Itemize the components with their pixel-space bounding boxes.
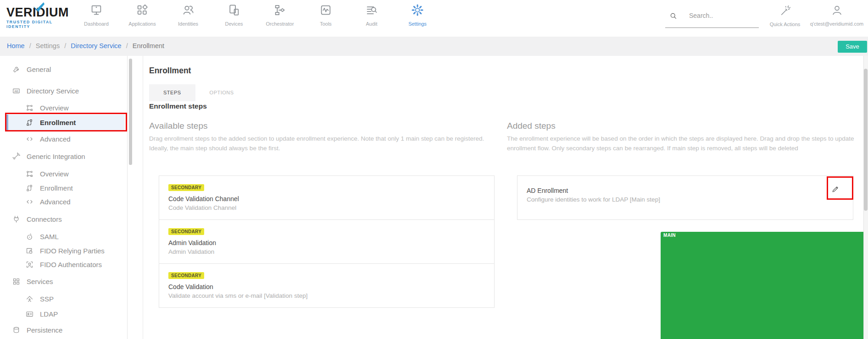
sidebar-list: General AD Directory Service Overview En… [0, 62, 128, 337]
available-steps-description: Drag enrollment steps to the added secti… [149, 134, 490, 153]
sidebar-item-gi-enrollment[interactable]: Enrollment [0, 181, 128, 195]
user-menu[interactable]: q'ctest@veridiumid.com [807, 4, 866, 27]
search-icon [669, 11, 678, 20]
save-button[interactable]: Save [838, 41, 867, 53]
steps-flow-icon [25, 118, 34, 127]
people-icon [181, 3, 195, 17]
nav-item-tools[interactable]: Tools [303, 3, 349, 27]
database-icon [12, 326, 21, 334]
search-input[interactable]: Search.. [665, 8, 759, 28]
grid-icon [12, 277, 21, 286]
search-placeholder: Search.. [689, 12, 713, 19]
breadcrumb: Home / Settings / Directory Service / En… [7, 42, 167, 49]
sidebar-scrollbar[interactable] [129, 59, 132, 165]
sidebar-item-general[interactable]: General [0, 62, 128, 76]
added-steps-header: Added steps The enrollment experience wi… [507, 121, 857, 153]
nav-item-identities[interactable]: Identities [165, 3, 211, 27]
nav-item-applications[interactable]: Applications [119, 3, 165, 27]
step-card-admin-validation[interactable]: SECONDARY Admin Validation Admin Validat… [159, 219, 495, 264]
logo-tagline: TRUSTED DIGITAL IDENTITY [6, 20, 75, 29]
veridium-logo[interactable]: VERIDIUM TRUSTED DIGITAL IDENTITY [6, 5, 75, 29]
secondary-badge: SECONDARY [168, 184, 204, 191]
devices-icon [227, 3, 241, 17]
breadcrumb-enrollment: Enrollment [133, 42, 164, 49]
sidebar-item-fido-relying-parties[interactable]: FIDO Relying Parties [0, 244, 128, 257]
steps-flow-icon [25, 184, 34, 192]
tab-options[interactable]: OPTIONS [195, 84, 248, 101]
code-icon [25, 197, 34, 206]
tab-bar: STEPS OPTIONS [149, 84, 248, 101]
breadcrumb-settings: Settings [36, 42, 60, 49]
sidebar-item-ssp[interactable]: SSP [0, 292, 128, 306]
step-card-code-validation[interactable]: SECONDARY Code Validation Validate accou… [159, 263, 495, 308]
sidebar-item-gi-overview[interactable]: Overview [0, 167, 128, 180]
step-card-ad-enrollment[interactable]: MAIN AD Enrollment Configure identities … [517, 175, 853, 220]
added-steps-list: MAIN AD Enrollment Configure identities … [517, 175, 853, 220]
top-navigation: Dashboard Applications Identities Device… [73, 3, 440, 27]
sidebar-item-ds-overview[interactable]: Overview [0, 101, 128, 115]
code-icon [25, 135, 34, 143]
sidebar-item-ds-enrollment[interactable]: Enrollment [6, 115, 125, 130]
nav-item-dashboard[interactable]: Dashboard [73, 3, 119, 27]
svg-text:AD: AD [14, 89, 18, 92]
breadcrumb-home[interactable]: Home [7, 42, 25, 49]
added-steps-title: Added steps [507, 121, 857, 131]
nodes-icon [25, 170, 34, 178]
link-plug-icon [12, 152, 21, 161]
sidebar-item-services[interactable]: Services [0, 274, 128, 288]
secondary-badge: SECONDARY [168, 272, 204, 279]
sidebar-item-gi-advanced[interactable]: Advanced [0, 195, 128, 208]
wrench-icon [12, 65, 21, 74]
ad-box-icon: AD [12, 87, 21, 95]
page-scrollbar[interactable] [864, 69, 868, 211]
main-badge: MAIN [661, 232, 868, 339]
sidebar-item-persistence[interactable]: Persistence [0, 323, 128, 337]
main-content: Enrollment STEPS OPTIONS Enrollment step… [143, 56, 863, 339]
sidebar-item-saml[interactable]: SAML [0, 230, 128, 243]
breadcrumb-bar: Home / Settings / Directory Service / En… [0, 37, 868, 56]
screen-lock-icon [25, 246, 34, 255]
settings-sidebar: General AD Directory Service Overview En… [0, 56, 128, 339]
sidebar-item-ds-advanced[interactable]: Advanced [0, 132, 128, 146]
step-card-code-validation-channel[interactable]: SECONDARY Code Validation Channel Code V… [159, 175, 495, 220]
page-title: Enrollment [149, 66, 191, 76]
added-steps-description: The enrollment experience will be based … [507, 134, 857, 153]
magic-wand-icon [779, 5, 791, 17]
available-steps-list: SECONDARY Code Validation Channel Code V… [159, 175, 495, 308]
tab-steps[interactable]: STEPS [149, 84, 195, 101]
section-title: Enrollment steps [149, 102, 207, 110]
nodes-icon [25, 104, 34, 112]
gear-icon [411, 3, 424, 17]
id-card-icon [25, 310, 34, 318]
pencil-icon [831, 185, 840, 194]
nav-item-settings[interactable]: Settings [395, 3, 440, 27]
flowchart-icon [273, 3, 287, 17]
plug-icon [12, 215, 21, 224]
nav-item-orchestrator[interactable]: Orchestrator [257, 3, 303, 27]
face-scan-icon [25, 260, 34, 269]
list-search-icon [365, 3, 378, 17]
sidebar-item-fido-authenticators[interactable]: FIDO Authenticators [0, 257, 128, 271]
quick-actions-button[interactable]: Quick Actions [764, 5, 806, 27]
user-icon [831, 4, 843, 16]
secondary-badge: SECONDARY [168, 228, 204, 235]
breadcrumb-directory-service[interactable]: Directory Service [71, 42, 121, 49]
available-steps-title: Available steps [149, 121, 490, 131]
nav-item-audit[interactable]: Audit [349, 3, 395, 27]
veridium-admin-page: VERIDIUM TRUSTED DIGITAL IDENTITY Dashbo… [0, 0, 868, 339]
sidebar-item-connectors[interactable]: Connectors [0, 212, 128, 226]
nav-item-devices[interactable]: Devices [211, 3, 257, 27]
available-steps-header: Available steps Drag enrollment steps to… [149, 121, 490, 153]
sidebar-item-ldap[interactable]: LDAP [0, 307, 128, 321]
home-person-icon [25, 295, 34, 303]
checkmark-icon [33, 2, 45, 12]
user-email: q'ctest@veridiumid.com [807, 21, 866, 27]
sidebar-item-directory-service[interactable]: AD Directory Service [0, 84, 128, 98]
circle-dot-icon [25, 232, 34, 241]
monitor-icon [89, 3, 103, 17]
edit-step-button[interactable] [828, 182, 843, 197]
top-header: VERIDIUM TRUSTED DIGITAL IDENTITY Dashbo… [0, 0, 868, 37]
apps-grid-icon [135, 3, 149, 17]
pulse-box-icon [319, 3, 333, 17]
sidebar-item-generic-integration[interactable]: Generic Integration [0, 149, 128, 163]
